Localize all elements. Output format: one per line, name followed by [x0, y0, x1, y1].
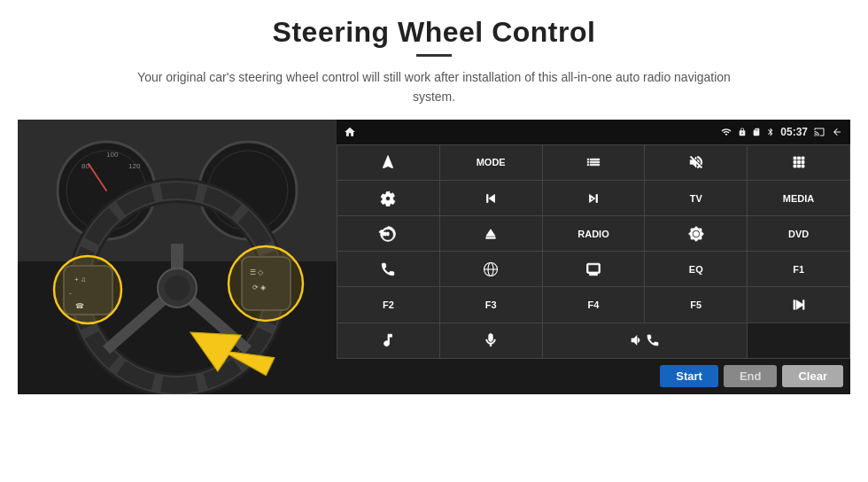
svg-text:120: 120: [128, 162, 141, 170]
settings-btn[interactable]: [337, 181, 439, 215]
f2-btn[interactable]: F2: [337, 287, 439, 322]
svg-point-26: [229, 246, 303, 321]
steering-wheel-svg: 80 100 120 + ♫ - ☎: [18, 120, 337, 394]
eq-btn[interactable]: EQ: [645, 252, 747, 286]
svg-text:100: 100: [106, 151, 119, 159]
svg-point-17: [165, 276, 190, 300]
bluetooth-status-icon: [766, 127, 775, 137]
home-icon: [344, 126, 356, 138]
android-ui-panel: 05:37 MODE: [337, 120, 850, 394]
back-status-icon: [831, 127, 843, 137]
f1-btn[interactable]: F1: [748, 252, 849, 286]
apps-btn[interactable]: [748, 145, 849, 180]
f3-btn[interactable]: F3: [440, 287, 542, 322]
wifi-status-icon: [720, 127, 732, 137]
status-bar-left: [344, 126, 356, 138]
button-grid: MODE: [337, 144, 850, 359]
phone-btn[interactable]: [337, 252, 439, 286]
lock-status-icon: [738, 127, 747, 137]
tv-btn[interactable]: TV: [645, 181, 747, 215]
f4-btn[interactable]: F4: [543, 287, 645, 322]
prev-btn[interactable]: [440, 181, 542, 215]
mic-btn[interactable]: [440, 323, 542, 358]
sd-status-icon: [752, 127, 761, 137]
cam360-btn[interactable]: 360: [337, 216, 439, 251]
cast-status-icon: [813, 127, 825, 137]
screen-btn[interactable]: [543, 252, 645, 286]
brightness-btn[interactable]: [645, 216, 747, 251]
title-divider: [416, 54, 452, 57]
mute-btn[interactable]: [645, 145, 747, 180]
svg-text:80: 80: [81, 162, 89, 170]
f5-btn[interactable]: F5: [645, 287, 747, 322]
list-btn[interactable]: [543, 145, 645, 180]
mode-btn[interactable]: MODE: [440, 145, 542, 180]
radio-btn[interactable]: RADIO: [543, 216, 645, 251]
status-bar-right: 05:37: [720, 126, 843, 138]
music-btn[interactable]: [337, 323, 439, 358]
clear-button[interactable]: Clear: [782, 365, 843, 387]
end-button[interactable]: End: [724, 365, 778, 387]
page-wrapper: Steering Wheel Control Your original car…: [0, 0, 868, 482]
nav-btn[interactable]: [337, 145, 439, 180]
content-row: 80 100 120 + ♫ - ☎: [18, 120, 850, 394]
volphone-btn[interactable]: [543, 323, 748, 358]
playpause-btn[interactable]: [748, 287, 849, 322]
svg-text:360: 360: [383, 232, 390, 237]
page-title: Steering Wheel Control: [273, 16, 596, 49]
empty-btn: [748, 323, 849, 358]
next-btn[interactable]: [543, 181, 645, 215]
svg-point-25: [54, 256, 121, 323]
media-btn[interactable]: MEDIA: [748, 181, 849, 215]
status-time: 05:37: [780, 126, 808, 138]
eject-btn[interactable]: [440, 216, 542, 251]
page-subtitle: Your original car's steering wheel contr…: [124, 67, 744, 107]
browse-btn[interactable]: [440, 252, 542, 286]
dvd-btn[interactable]: DVD: [748, 216, 849, 251]
steering-wheel-image: 80 100 120 + ♫ - ☎: [18, 120, 337, 394]
status-bar: 05:37: [337, 120, 850, 144]
bottom-bar: Start End Clear: [337, 359, 850, 394]
start-button[interactable]: Start: [660, 365, 718, 387]
